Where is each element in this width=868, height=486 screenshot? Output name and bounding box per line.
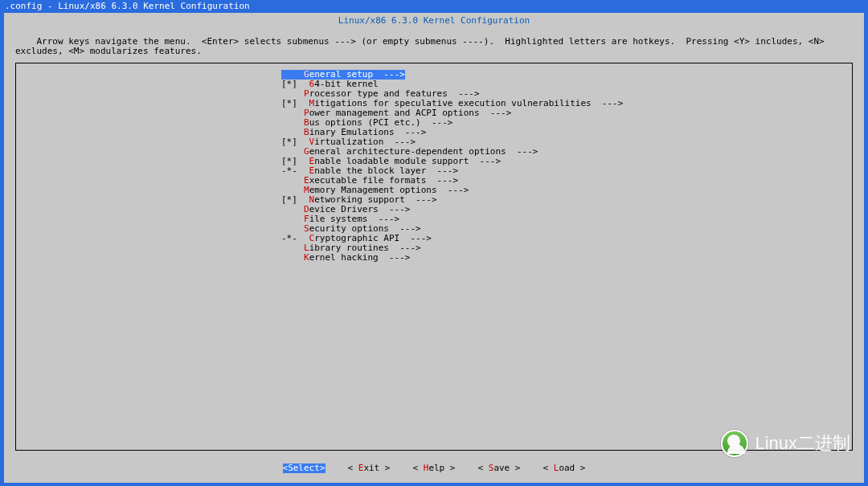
angle-close-icon: > [320, 463, 326, 473]
button-elect[interactable]: <Select> [283, 464, 326, 473]
angle-close-icon: > [510, 463, 520, 473]
instructions-line-1: Arrow keys navigate the menu. <Enter> se… [15, 36, 829, 56]
menu-item-label: Kernel hacking ---> [304, 253, 410, 263]
hotkey-letter: S [288, 463, 293, 473]
angle-open-icon: < [348, 463, 358, 473]
button-rest: oad [559, 463, 575, 473]
button-rest: ave [493, 463, 510, 473]
main-frame: Linux/x86 6.3.0 Kernel Configuration Arr… [4, 13, 864, 483]
button-bar: <Select>< Exit >< Help >< Save >< Load > [4, 464, 864, 473]
menu-list: General setup --->[*] 64-bit kernel Proc… [281, 70, 796, 263]
button-oad[interactable]: < Load > [543, 464, 586, 473]
hotkey-letter: K [304, 252, 309, 263]
page-title: Linux/x86 6.3.0 Kernel Configuration [4, 13, 864, 26]
menu-box: General setup --->[*] 64-bit kernel Proc… [15, 63, 853, 451]
button-rest: xit [363, 463, 379, 473]
menu-item-rest: ernel hacking ---> [309, 252, 411, 263]
angle-close-icon: > [444, 463, 455, 473]
angle-open-icon: < [543, 463, 554, 473]
angle-close-icon: > [379, 463, 390, 473]
button-elp[interactable]: < Help > [413, 464, 456, 473]
menu-item-state [281, 253, 304, 263]
button-ave[interactable]: < Save > [478, 464, 521, 473]
button-rest: elect [293, 463, 320, 473]
menu-item-19[interactable]: Kernel hacking ---> [281, 253, 796, 263]
window-title: .config - Linux/x86 6.3.0 Kernel Configu… [5, 1, 250, 11]
angle-open-icon: < [413, 463, 424, 473]
button-rest: elp [428, 463, 444, 473]
button-xit[interactable]: < Exit > [348, 464, 391, 473]
angle-open-icon: < [478, 463, 489, 473]
window-titlebar: .config - Linux/x86 6.3.0 Kernel Configu… [0, 0, 868, 13]
angle-close-icon: > [575, 463, 585, 473]
